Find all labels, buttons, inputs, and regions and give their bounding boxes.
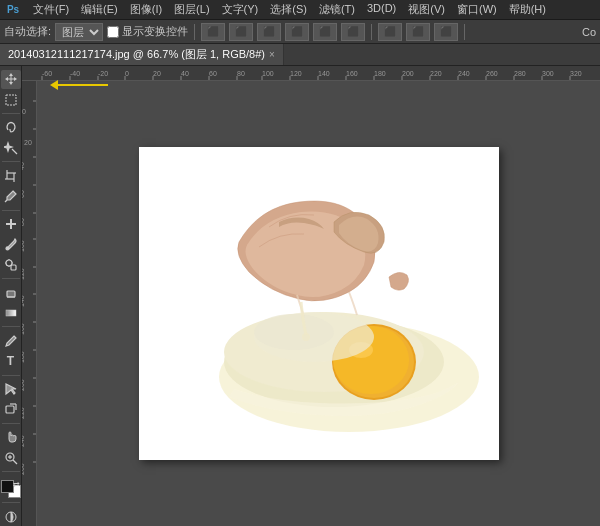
svg-text:40: 40: [22, 162, 25, 170]
svg-rect-12: [7, 291, 15, 297]
svg-text:140: 140: [318, 70, 330, 77]
active-tab[interactable]: 20140312111217174.jpg @ 66.7% (图层 1, RGB…: [0, 44, 284, 65]
svg-text:320: 320: [570, 70, 582, 77]
tool-sep-7: [2, 423, 20, 424]
svg-text:160: 160: [22, 323, 25, 335]
svg-text:240: 240: [22, 435, 25, 447]
svg-text:100: 100: [22, 240, 25, 252]
distribute-btn3[interactable]: ⬛: [434, 23, 458, 41]
svg-text:20: 20: [153, 70, 161, 77]
svg-text:-40: -40: [70, 70, 80, 77]
svg-text:260: 260: [486, 70, 498, 77]
shape-tool[interactable]: [1, 400, 21, 419]
crop-tool[interactable]: [1, 166, 21, 185]
menu-help[interactable]: 帮助(H): [504, 1, 551, 18]
zoom-tool[interactable]: [1, 448, 21, 467]
show-transform-area: 显示变换控件: [107, 24, 188, 39]
svg-text:80: 80: [22, 218, 25, 226]
main-area: T: [0, 66, 600, 526]
svg-text:220: 220: [430, 70, 442, 77]
menu-window[interactable]: 窗口(W): [452, 1, 502, 18]
svg-text:100: 100: [262, 70, 274, 77]
svg-line-19: [13, 460, 17, 464]
menu-image[interactable]: 图像(I): [125, 1, 167, 18]
svg-text:120: 120: [22, 268, 25, 280]
svg-text:180: 180: [22, 351, 25, 363]
distribute-btn1[interactable]: ⬛: [378, 23, 402, 41]
type-icon: T: [7, 354, 14, 368]
ps-logo: Ps: [4, 1, 22, 19]
select-type-dropdown[interactable]: 图层 组: [55, 23, 103, 41]
svg-text:260: 260: [22, 463, 25, 475]
menu-edit[interactable]: 编辑(E): [76, 1, 123, 18]
align-bottom-btn[interactable]: ⬛: [341, 23, 365, 41]
show-transform-label: 显示变换控件: [122, 24, 188, 39]
type-tool[interactable]: T: [1, 352, 21, 371]
align-left-btn[interactable]: ⬛: [201, 23, 225, 41]
magic-wand-tool[interactable]: [1, 139, 21, 158]
svg-rect-14: [6, 310, 16, 316]
svg-text:40: 40: [181, 70, 189, 77]
align-right-btn[interactable]: ⬛: [257, 23, 281, 41]
gradient-tool[interactable]: [1, 304, 21, 323]
show-transform-checkbox[interactable]: [107, 26, 119, 38]
align-middle-btn[interactable]: ⬛: [313, 23, 337, 41]
tab-title: 20140312111217174.jpg @ 66.7% (图层 1, RGB…: [8, 47, 265, 62]
align-center-btn[interactable]: ⬛: [229, 23, 253, 41]
vertical-ruler: 0 20 40 60 80 100 120 140 160: [22, 81, 37, 526]
tool-sep-5: [2, 326, 20, 327]
canvas-area[interactable]: -60 -40 -20 0 20 40 60 80 100: [22, 66, 600, 526]
brush-tool[interactable]: [1, 235, 21, 254]
svg-text:300: 300: [542, 70, 554, 77]
menu-select[interactable]: 选择(S): [265, 1, 312, 18]
menu-view[interactable]: 视图(V): [403, 1, 450, 18]
menu-items: 文件(F) 编辑(E) 图像(I) 图层(L) 文字(Y) 选择(S) 滤镜(T…: [28, 1, 551, 18]
tab-close-btn[interactable]: ×: [269, 49, 275, 60]
path-select-tool[interactable]: [1, 380, 21, 399]
egg-illustration: [139, 147, 499, 457]
tool-sep-6: [2, 375, 20, 376]
3d-label: Co: [582, 26, 596, 38]
svg-rect-15: [6, 406, 14, 413]
svg-text:-60: -60: [42, 70, 52, 77]
svg-text:160: 160: [346, 70, 358, 77]
swap-colors-icon[interactable]: ⇄: [13, 480, 21, 488]
svg-rect-11: [11, 265, 16, 270]
tab-bar: 20140312111217174.jpg @ 66.7% (图层 1, RGB…: [0, 44, 600, 66]
quick-mask-tool[interactable]: [1, 507, 21, 526]
svg-line-6: [5, 200, 7, 202]
marquee-tool[interactable]: [1, 91, 21, 110]
options-bar: 自动选择: 图层 组 显示变换控件 ⬛ ⬛ ⬛ ⬛ ⬛ ⬛ ⬛ ⬛ ⬛ Co: [0, 20, 600, 44]
document-canvas[interactable]: [37, 81, 600, 526]
lasso-tool[interactable]: [1, 118, 21, 137]
menu-layer[interactable]: 图层(L): [169, 1, 214, 18]
svg-point-103: [302, 333, 310, 341]
image-canvas[interactable]: [139, 147, 499, 460]
color-swatches[interactable]: ⇄: [1, 480, 21, 499]
pen-tool[interactable]: [1, 331, 21, 350]
eyedropper-tool[interactable]: [1, 187, 21, 206]
svg-rect-0: [6, 95, 16, 105]
svg-text:140: 140: [22, 295, 25, 307]
svg-text:220: 220: [22, 407, 25, 419]
menu-filter[interactable]: 滤镜(T): [314, 1, 360, 18]
healing-tool[interactable]: [1, 214, 21, 233]
tool-sep-1: [2, 113, 20, 114]
auto-select-label: 自动选择:: [4, 24, 51, 39]
svg-text:180: 180: [374, 70, 386, 77]
move-tool[interactable]: [1, 70, 21, 89]
tool-sep-4: [2, 278, 20, 279]
hand-tool[interactable]: [1, 428, 21, 447]
options-divider-3: [464, 24, 465, 40]
eraser-tool[interactable]: [1, 283, 21, 302]
clone-tool[interactable]: [1, 256, 21, 275]
menu-3d[interactable]: 3D(D): [362, 1, 401, 18]
menu-bar: Ps 文件(F) 编辑(E) 图像(I) 图层(L) 文字(Y) 选择(S) 滤…: [0, 0, 600, 20]
menu-text[interactable]: 文字(Y): [217, 1, 264, 18]
svg-point-9: [6, 247, 9, 250]
svg-text:20: 20: [24, 139, 32, 146]
distribute-btn2[interactable]: ⬛: [406, 23, 430, 41]
align-top-btn[interactable]: ⬛: [285, 23, 309, 41]
menu-file[interactable]: 文件(F): [28, 1, 74, 18]
tool-sep-2: [2, 161, 20, 162]
